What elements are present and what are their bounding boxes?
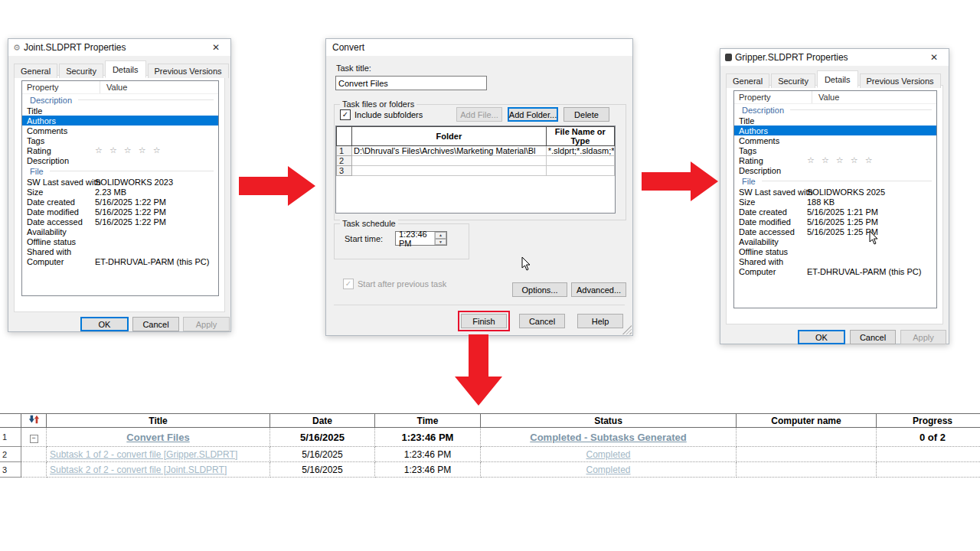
joint-titlebar: ⚙ Joint.SLDPRT Properties ✕ bbox=[8, 39, 230, 56]
folder-cell[interactable]: D:\Dhruval's Files\Archives\Marketing Ma… bbox=[352, 146, 547, 156]
tab-security[interactable]: Security bbox=[59, 64, 103, 78]
tab-previous-versions[interactable]: Previous Versions bbox=[860, 73, 941, 88]
col-date[interactable]: Date bbox=[270, 414, 375, 428]
tab-details[interactable]: Details bbox=[817, 70, 858, 88]
prop-row-offline-status[interactable]: Offline status bbox=[734, 246, 936, 256]
task-row-1: 1 − Convert Files 5/16/2025 1:23:46 PM C… bbox=[0, 428, 980, 447]
task-files-grid: Folder File Name or Type 1 D:\Dhruval's … bbox=[335, 126, 616, 214]
convert-titlebar: Convert bbox=[326, 39, 632, 56]
tab-general[interactable]: General bbox=[726, 73, 769, 88]
prop-row-availability[interactable]: Availability bbox=[22, 227, 218, 236]
col-title[interactable]: Title bbox=[47, 414, 270, 428]
prop-row-size[interactable]: Size2.23 MB bbox=[22, 187, 218, 197]
include-subfolders-checkbox[interactable]: ✓ Include subfolders bbox=[340, 109, 423, 120]
start-time-field[interactable]: 1:23:46 PM ▲ ▼ bbox=[395, 231, 447, 246]
task-row-3: 3 Subtask 2 of 2 - convert file [Joint.S… bbox=[0, 462, 980, 478]
col-progress[interactable]: Progress bbox=[877, 414, 980, 428]
add-folder-button[interactable]: Add Folder... bbox=[508, 107, 558, 122]
grid-row-2[interactable]: 2 bbox=[337, 156, 615, 166]
prop-row-date-accessed[interactable]: Date accessed5/16/2025 1:22 PM bbox=[22, 217, 218, 227]
prop-row-date-modified[interactable]: Date modified5/16/2025 1:22 PM bbox=[22, 207, 218, 217]
gripper-properties-dialog: Gripper.SLDPRT Properties ✕ General Secu… bbox=[720, 48, 949, 344]
subtask-status-link[interactable]: Completed bbox=[586, 465, 630, 475]
ok-button[interactable]: OK bbox=[80, 317, 129, 331]
col-property: Property bbox=[734, 91, 812, 103]
advanced-button[interactable]: Advanced... bbox=[571, 282, 626, 297]
filetype-cell[interactable]: *.sldprt;*.sldasm;*.slddrw bbox=[546, 146, 614, 156]
grid-row-3[interactable]: 3 bbox=[337, 166, 615, 176]
sort-tasks-icon[interactable] bbox=[21, 414, 47, 428]
prop-row-date-created[interactable]: Date created5/16/2025 1:22 PM bbox=[22, 197, 218, 207]
prop-row-availability[interactable]: Availability bbox=[734, 236, 936, 246]
time-spinner: ▲ ▼ bbox=[434, 232, 446, 245]
prop-row-tags[interactable]: Tags bbox=[22, 135, 218, 145]
tab-previous-versions[interactable]: Previous Versions bbox=[148, 64, 229, 78]
grid-row-1[interactable]: 1 D:\Dhruval's Files\Archives\Marketing … bbox=[337, 146, 615, 156]
start-time-value[interactable]: 1:23:46 PM bbox=[396, 232, 434, 245]
col-computer-name[interactable]: Computer name bbox=[737, 414, 877, 428]
gripper-property-list: Property Value Description Title Authors… bbox=[733, 90, 937, 308]
col-time[interactable]: Time bbox=[375, 414, 481, 428]
prop-row-description[interactable]: Description bbox=[22, 155, 218, 165]
col-status[interactable]: Status bbox=[481, 414, 737, 428]
col-value: Value bbox=[812, 93, 936, 102]
task-status-link[interactable]: Completed - Subtasks Generated bbox=[530, 432, 686, 443]
flow-arrow-down bbox=[455, 334, 502, 407]
prop-row-computer[interactable]: ComputerET-DHRUVAL-PARM (this PC) bbox=[22, 256, 218, 266]
subtask-status-link[interactable]: Completed bbox=[586, 449, 630, 460]
prop-row-shared-with[interactable]: Shared with bbox=[734, 256, 936, 266]
subtask-title-link[interactable]: Subtask 1 of 2 - convert file [Gripper.S… bbox=[50, 449, 237, 460]
delete-button[interactable]: Delete bbox=[564, 107, 609, 122]
col-filename-or-type[interactable]: File Name or Type bbox=[546, 127, 614, 146]
folder-cell[interactable] bbox=[352, 156, 547, 166]
close-icon[interactable]: ✕ bbox=[206, 42, 226, 53]
options-button[interactable]: Options... bbox=[512, 282, 567, 297]
tab-general[interactable]: General bbox=[14, 64, 57, 78]
prop-row-size[interactable]: Size188 KB bbox=[734, 197, 936, 207]
prop-row-offline-status[interactable]: Offline status bbox=[22, 236, 218, 246]
prop-row-date-created[interactable]: Date created5/16/2025 1:21 PM bbox=[734, 207, 936, 217]
prop-row-date-accessed[interactable]: Date accessed5/16/2025 1:25 PM bbox=[734, 227, 936, 236]
prop-row-tags[interactable]: Tags bbox=[734, 145, 936, 155]
prop-row-sw-saved[interactable]: SW Last saved withSOLIDWORKS 2023 bbox=[22, 177, 218, 187]
rating-stars-icon[interactable]: ☆ ☆ ☆ ☆ ☆ bbox=[95, 145, 218, 155]
prop-row-comments[interactable]: Comments bbox=[734, 135, 936, 145]
subtask-title-link[interactable]: Subtask 2 of 2 - convert file [Joint.SLD… bbox=[50, 465, 227, 475]
col-folder[interactable]: Folder bbox=[352, 127, 547, 146]
prop-row-authors[interactable]: Authors bbox=[734, 126, 936, 135]
prop-row-title[interactable]: Title bbox=[22, 106, 218, 116]
cancel-button[interactable]: Cancel bbox=[132, 317, 179, 331]
tab-security[interactable]: Security bbox=[771, 73, 815, 88]
prop-row-comments[interactable]: Comments bbox=[22, 126, 218, 135]
ok-button[interactable]: OK bbox=[798, 330, 845, 344]
prop-row-date-modified[interactable]: Date modified5/16/2025 1:25 PM bbox=[734, 217, 936, 227]
spinner-up-icon[interactable]: ▲ bbox=[435, 232, 446, 239]
joint-property-list: Property Value Description Title Authors… bbox=[21, 80, 219, 296]
resize-grip[interactable] bbox=[622, 325, 632, 334]
close-icon[interactable]: ✕ bbox=[924, 52, 944, 63]
prop-row-description[interactable]: Description bbox=[734, 165, 936, 175]
spinner-down-icon[interactable]: ▼ bbox=[435, 239, 446, 246]
folder-cell[interactable] bbox=[352, 166, 547, 176]
filetype-cell[interactable] bbox=[546, 166, 614, 176]
task-progress bbox=[877, 447, 980, 462]
rating-stars-icon[interactable]: ☆ ☆ ☆ ☆ ☆ bbox=[807, 155, 936, 165]
mouse-cursor-icon bbox=[521, 257, 531, 271]
prop-row-title[interactable]: Title bbox=[734, 116, 936, 126]
prop-row-authors[interactable]: Authors bbox=[22, 116, 218, 126]
grid-header-row: Folder File Name or Type bbox=[337, 127, 615, 146]
cancel-button[interactable]: Cancel bbox=[519, 314, 565, 328]
cancel-button[interactable]: Cancel bbox=[850, 330, 896, 344]
prop-row-computer[interactable]: ComputerET-DHRUVAL-PARM (this PC) bbox=[734, 266, 936, 276]
prop-row-rating[interactable]: Rating☆ ☆ ☆ ☆ ☆ bbox=[734, 155, 936, 165]
prop-row-sw-saved[interactable]: SW Last saved withSOLIDWORKS 2025 bbox=[734, 187, 936, 197]
flow-arrow-right-2 bbox=[642, 161, 720, 201]
prop-row-shared-with[interactable]: Shared with bbox=[22, 246, 218, 256]
collapse-icon[interactable]: − bbox=[30, 435, 38, 443]
prop-row-rating[interactable]: Rating☆ ☆ ☆ ☆ ☆ bbox=[22, 145, 218, 155]
help-button[interactable]: Help bbox=[577, 314, 623, 328]
filetype-cell[interactable] bbox=[546, 156, 614, 166]
task-title-input[interactable] bbox=[335, 76, 487, 90]
task-title-link[interactable]: Convert Files bbox=[126, 432, 189, 443]
tab-details[interactable]: Details bbox=[105, 60, 146, 78]
